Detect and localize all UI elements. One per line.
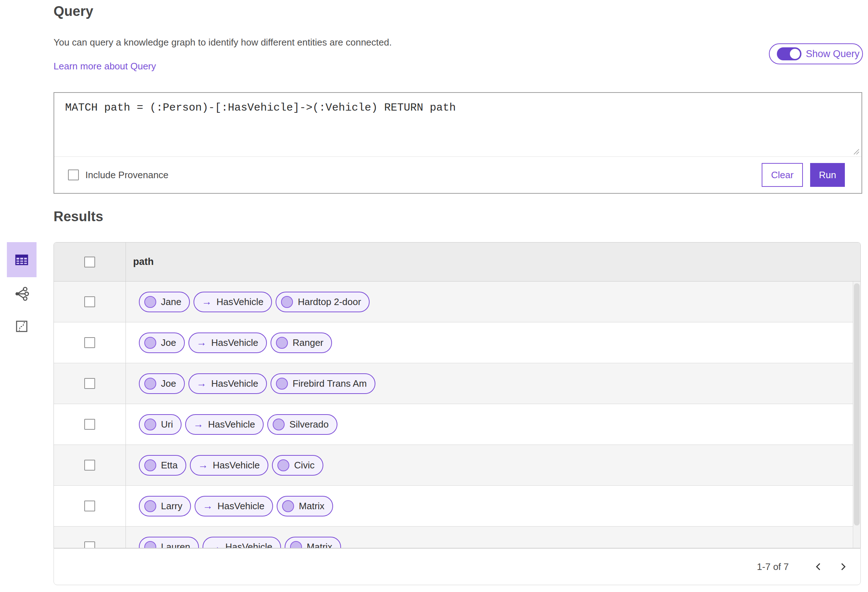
table-view-button[interactable] bbox=[7, 242, 37, 277]
relationship-pill[interactable]: →HasVehicle bbox=[193, 292, 272, 312]
previous-page-button[interactable] bbox=[810, 559, 827, 575]
entity-pill-vehicle[interactable]: Firebird Trans Am bbox=[270, 373, 375, 394]
entity-node-icon bbox=[144, 296, 156, 308]
entity-pill-vehicle[interactable]: Matrix bbox=[277, 496, 333, 517]
relationship-pill[interactable]: →HasVehicle bbox=[195, 496, 273, 517]
row-checkbox[interactable] bbox=[84, 337, 95, 348]
relationship-pill[interactable]: →HasVehicle bbox=[185, 414, 264, 435]
entity-node-icon bbox=[282, 500, 294, 512]
arrow-right-icon: → bbox=[211, 542, 221, 548]
resize-handle-icon[interactable] bbox=[853, 148, 860, 155]
entity-pill-vehicle[interactable]: Silverado bbox=[267, 414, 337, 435]
row-checkbox[interactable] bbox=[84, 296, 95, 307]
row-checkbox-cell bbox=[54, 363, 126, 404]
row-path-cell: Jane →HasVehicle Hardtop 2-door bbox=[126, 281, 861, 322]
row-checkbox[interactable] bbox=[84, 419, 95, 430]
entity-pill-vehicle[interactable]: Civic bbox=[272, 455, 323, 476]
relationship-label: HasVehicle bbox=[211, 378, 258, 389]
scrollbar-thumb[interactable] bbox=[854, 283, 860, 526]
entity-node-icon bbox=[144, 459, 156, 471]
row-checkbox-cell bbox=[54, 445, 126, 485]
entity-label: Larry bbox=[161, 501, 182, 512]
entity-pill-person[interactable]: Jane bbox=[139, 292, 190, 312]
entity-pill-vehicle[interactable]: Matrix bbox=[285, 537, 341, 549]
entity-node-icon bbox=[276, 337, 288, 349]
entity-label: Civic bbox=[294, 460, 314, 471]
relationship-pill[interactable]: →HasVehicle bbox=[202, 537, 281, 549]
header-path-cell: path bbox=[126, 243, 861, 281]
results-title: Results bbox=[53, 209, 103, 224]
row-checkbox[interactable] bbox=[84, 541, 95, 548]
query-input[interactable]: MATCH path = (:Person)-[:HasVehicle]->(:… bbox=[54, 93, 862, 156]
table-row: Joe →HasVehicle Ranger bbox=[54, 323, 861, 363]
entity-label: Uri bbox=[161, 419, 173, 430]
entity-label: Etta bbox=[161, 460, 177, 471]
run-button[interactable]: Run bbox=[810, 163, 845, 187]
relationship-label: HasVehicle bbox=[225, 541, 272, 549]
entity-node-icon bbox=[273, 418, 285, 430]
link-chart-view-button[interactable] bbox=[7, 281, 37, 306]
row-path-cell: Lauren →HasVehicle Matrix bbox=[126, 527, 861, 548]
relationship-pill[interactable]: →HasVehicle bbox=[190, 455, 269, 476]
arrow-right-icon: → bbox=[202, 501, 213, 511]
select-all-checkbox[interactable] bbox=[84, 256, 95, 268]
entity-pill-person[interactable]: Etta bbox=[139, 455, 186, 476]
arrow-right-icon: → bbox=[193, 419, 203, 429]
entity-node-icon bbox=[144, 541, 156, 549]
entity-node-icon bbox=[144, 378, 156, 390]
vertical-scrollbar[interactable] bbox=[853, 281, 861, 548]
row-checkbox-cell bbox=[54, 486, 126, 526]
entity-pill-person[interactable]: Larry bbox=[139, 496, 191, 517]
link-chart-icon bbox=[13, 286, 30, 302]
row-checkbox-cell bbox=[54, 323, 126, 363]
show-query-toggle[interactable]: Show Query bbox=[769, 43, 863, 64]
row-checkbox-cell bbox=[54, 281, 126, 322]
entity-pill-person[interactable]: Joe bbox=[139, 333, 185, 353]
path-column-header: path bbox=[133, 256, 154, 268]
row-checkbox-cell bbox=[54, 404, 126, 445]
relationship-label: HasVehicle bbox=[213, 460, 260, 471]
chevron-right-icon bbox=[838, 561, 849, 572]
entity-pill-person[interactable]: Uri bbox=[139, 414, 182, 435]
query-panel-footer: Include Provenance Clear Run bbox=[54, 157, 862, 193]
entity-label: Matrix bbox=[299, 501, 325, 512]
chevron-left-icon bbox=[813, 561, 824, 572]
results-table: path Jane →HasVehicle Hardtop 2-door Joe… bbox=[53, 242, 861, 548]
entity-pill-vehicle[interactable]: Ranger bbox=[270, 333, 332, 353]
include-provenance-checkbox[interactable] bbox=[68, 169, 79, 180]
table-row: Uri →HasVehicle Silverado bbox=[54, 404, 861, 445]
next-page-button[interactable] bbox=[835, 559, 851, 575]
clear-button[interactable]: Clear bbox=[762, 163, 803, 187]
page-title: Query bbox=[53, 4, 93, 19]
row-path-cell: Uri →HasVehicle Silverado bbox=[126, 404, 861, 445]
table-header-row: path bbox=[54, 243, 861, 281]
row-checkbox[interactable] bbox=[84, 460, 95, 471]
arrow-right-icon: → bbox=[198, 460, 208, 470]
entity-pill-person[interactable]: Joe bbox=[139, 373, 185, 394]
show-query-label: Show Query bbox=[806, 49, 860, 60]
row-checkbox[interactable] bbox=[84, 501, 95, 511]
arrow-right-icon: → bbox=[196, 337, 207, 348]
relationship-pill[interactable]: →HasVehicle bbox=[189, 373, 267, 394]
entity-node-icon bbox=[144, 418, 156, 430]
map-icon bbox=[15, 319, 29, 334]
row-path-cell: Larry →HasVehicle Matrix bbox=[126, 486, 861, 526]
row-checkbox-cell bbox=[54, 527, 126, 548]
toggle-switch-icon[interactable] bbox=[777, 47, 802, 60]
page-description: You can query a knowledge graph to ident… bbox=[53, 37, 392, 48]
entity-pill-vehicle[interactable]: Hardtop 2-door bbox=[276, 292, 370, 312]
entity-node-icon bbox=[278, 459, 289, 471]
entity-label: Joe bbox=[161, 337, 176, 348]
include-provenance-label: Include Provenance bbox=[86, 169, 168, 181]
relationship-label: HasVehicle bbox=[216, 296, 263, 308]
query-page: Query You can query a knowledge graph to… bbox=[0, 0, 868, 592]
relationship-pill[interactable]: →HasVehicle bbox=[189, 333, 267, 353]
pagination-bar: 1-7 of 7 bbox=[53, 548, 861, 585]
query-panel: MATCH path = (:Person)-[:HasVehicle]->(:… bbox=[53, 92, 862, 194]
map-view-button[interactable] bbox=[7, 314, 37, 339]
header-checkbox-cell bbox=[54, 243, 126, 281]
learn-more-link[interactable]: Learn more about Query bbox=[53, 61, 156, 72]
table-icon bbox=[13, 251, 30, 268]
entity-pill-person[interactable]: Lauren bbox=[139, 537, 199, 549]
row-checkbox[interactable] bbox=[84, 378, 95, 389]
